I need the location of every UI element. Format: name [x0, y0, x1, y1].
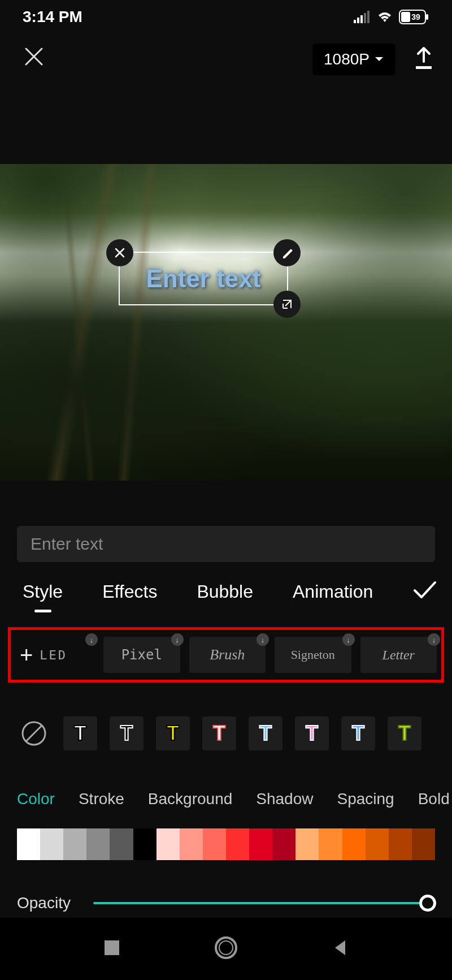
font-brush[interactable]: Brush ↓ — [189, 637, 266, 673]
top-bar: 1080P — [0, 34, 452, 85]
style-swatch-7[interactable]: T — [341, 716, 375, 750]
style-none[interactable] — [17, 716, 51, 750]
color-swatch[interactable] — [157, 828, 180, 860]
overlay-delete-handle[interactable] — [106, 239, 133, 266]
color-swatch[interactable] — [226, 828, 249, 860]
prop-spacing[interactable]: Spacing — [337, 790, 394, 808]
color-swatch[interactable] — [86, 828, 110, 860]
color-swatch[interactable] — [203, 828, 226, 860]
android-nav-bar — [0, 918, 452, 980]
color-swatch[interactable] — [63, 828, 86, 860]
status-time: 3:14 PM — [23, 8, 82, 26]
opacity-row: Opacity — [0, 860, 452, 912]
download-icon: ↓ — [428, 633, 440, 646]
opacity-slider[interactable] — [93, 902, 435, 904]
font-letter[interactable]: Letter ↓ — [360, 637, 437, 673]
chevron-down-icon — [374, 56, 384, 63]
prop-bold-italic[interactable]: Bold ital — [418, 790, 452, 808]
color-swatch[interactable] — [180, 828, 203, 860]
tab-animation[interactable]: Animation — [293, 581, 373, 602]
svg-rect-12 — [105, 940, 119, 955]
style-swatch-4[interactable]: T — [202, 716, 236, 750]
download-icon: ↓ — [257, 633, 269, 646]
resolution-label: 1080P — [324, 50, 370, 68]
signal-icon — [354, 11, 371, 23]
color-swatch[interactable] — [17, 828, 40, 860]
color-swatch[interactable] — [389, 828, 412, 860]
plus-icon: + — [20, 642, 33, 668]
svg-point-14 — [219, 941, 233, 955]
font-pixel[interactable]: Pixel ↓ — [103, 637, 180, 673]
svg-rect-7 — [401, 12, 410, 22]
status-bar: 3:14 PM 39 — [0, 0, 452, 34]
text-styles-row: T T T T T T T T — [0, 683, 452, 750]
svg-rect-9 — [416, 66, 432, 69]
status-icons: 39 — [354, 10, 429, 24]
text-input[interactable] — [31, 534, 421, 554]
style-swatch-2[interactable]: T — [110, 716, 144, 750]
color-swatch[interactable] — [319, 828, 342, 860]
color-swatch[interactable] — [295, 828, 319, 860]
fonts-row: + LED ↓ Pixel ↓ Brush ↓ Signeton ↓ Lette… — [8, 627, 444, 683]
svg-line-11 — [26, 726, 42, 741]
style-swatch-6[interactable]: T — [295, 716, 329, 750]
close-icon[interactable] — [17, 40, 51, 79]
color-swatch[interactable] — [249, 828, 272, 860]
overlay-text: Enter text — [146, 265, 261, 293]
font-signeton[interactable]: Signeton ↓ — [275, 637, 351, 673]
overlay-resize-handle[interactable] — [273, 291, 301, 318]
font-add-button[interactable]: + LED ↓ — [15, 637, 94, 673]
prop-stroke[interactable]: Stroke — [79, 790, 124, 808]
color-swatch[interactable] — [133, 828, 157, 860]
tab-effects[interactable]: Effects — [102, 581, 157, 602]
svg-rect-4 — [367, 11, 370, 23]
text-overlay-box[interactable]: Enter text — [119, 252, 288, 305]
style-swatch-8[interactable]: T — [388, 716, 421, 750]
export-icon[interactable] — [412, 46, 435, 73]
prop-color[interactable]: Color — [17, 790, 55, 808]
wifi-icon — [376, 11, 393, 23]
svg-rect-1 — [357, 18, 359, 23]
download-icon: ↓ — [342, 633, 355, 646]
opacity-thumb[interactable] — [419, 895, 436, 912]
color-swatch[interactable] — [40, 828, 63, 860]
opacity-label: Opacity — [17, 894, 71, 912]
tabs-row: Style Effects Bubble Animation — [0, 562, 452, 610]
svg-rect-6 — [426, 14, 428, 20]
text-input-row — [17, 526, 435, 562]
tab-bubble[interactable]: Bubble — [197, 581, 253, 602]
font-led: LED — [40, 648, 67, 662]
color-swatch[interactable] — [110, 828, 133, 860]
style-swatch-5[interactable]: T — [249, 716, 282, 750]
video-preview[interactable]: Enter text — [0, 164, 452, 481]
battery-icon: 39 — [399, 10, 429, 24]
color-swatch[interactable] — [412, 828, 435, 860]
nav-home-icon[interactable] — [214, 935, 238, 962]
preview-background — [0, 164, 452, 481]
properties-row: Color Stroke Background Shadow Spacing B… — [0, 750, 452, 808]
prop-shadow[interactable]: Shadow — [256, 790, 313, 808]
svg-rect-2 — [360, 15, 363, 23]
overlay-edit-handle[interactable] — [273, 239, 301, 266]
svg-rect-3 — [364, 13, 366, 23]
prop-background[interactable]: Background — [148, 790, 232, 808]
download-icon: ↓ — [171, 633, 184, 646]
color-strip — [17, 828, 435, 860]
confirm-icon[interactable] — [412, 579, 437, 605]
color-swatch[interactable] — [272, 828, 295, 860]
color-swatch[interactable] — [342, 828, 366, 860]
style-swatch-1[interactable]: T — [63, 716, 97, 750]
nav-recent-icon[interactable] — [102, 938, 121, 960]
svg-text:39: 39 — [411, 12, 420, 21]
nav-back-icon[interactable] — [331, 938, 350, 960]
resolution-button[interactable]: 1080P — [312, 44, 395, 75]
svg-rect-0 — [354, 20, 356, 23]
tab-style[interactable]: Style — [23, 581, 63, 602]
style-swatch-3[interactable]: T — [156, 716, 190, 750]
download-icon: ↓ — [85, 633, 98, 646]
color-swatch[interactable] — [366, 828, 389, 860]
